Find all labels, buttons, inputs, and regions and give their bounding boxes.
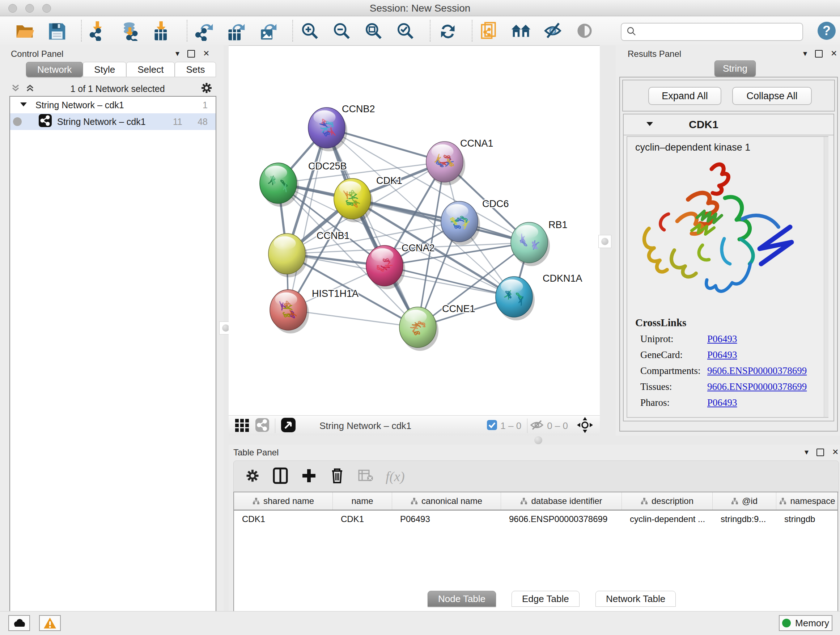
node-HIST1H1A[interactable]: HIST1H1A <box>270 288 358 333</box>
open-folder-button[interactable] <box>14 21 35 41</box>
results-panel-collapse-icon[interactable]: ▾ <box>803 50 807 57</box>
column-header-shared-name[interactable]: shared name <box>234 492 333 510</box>
expand-all-button[interactable]: Expand All <box>648 87 722 105</box>
tab-network[interactable]: Network <box>26 62 83 77</box>
results-vertical-scrollbar[interactable] <box>824 137 829 417</box>
cell-namespace[interactable]: stringdb <box>784 514 815 524</box>
selected-checkbox-icon[interactable] <box>486 420 497 432</box>
add-column-icon[interactable] <box>301 468 317 485</box>
crosslink-link[interactable]: P06493 <box>707 397 737 409</box>
control-panel-float-icon[interactable] <box>187 50 195 57</box>
warnings-button[interactable] <box>39 615 61 631</box>
expand-all-tree-icon[interactable] <box>11 83 20 94</box>
birdseye-toggle-icon[interactable] <box>280 417 296 434</box>
node-CDK1[interactable]: CDK1 <box>334 175 402 222</box>
cloud-status-button[interactable] <box>8 615 30 631</box>
crosslink-link[interactable]: 9606.ENSP00000378699 <box>707 381 807 393</box>
node-RB1[interactable]: RB1 <box>511 219 568 266</box>
search-box[interactable] <box>621 23 803 41</box>
edge-CCNB2-HIST1H1A[interactable] <box>288 128 327 310</box>
right-splitter[interactable] <box>600 45 616 435</box>
save-button[interactable] <box>46 21 66 41</box>
show-columns-icon[interactable] <box>273 467 288 486</box>
node-CCNA1[interactable]: CCNA1 <box>426 138 493 185</box>
node-CCNB2[interactable]: CCNB2 <box>308 103 375 151</box>
hidden-count-badge: 0 – 0 <box>547 420 568 432</box>
network-options-gear-icon[interactable] <box>201 82 213 96</box>
control-panel-collapse-icon[interactable]: ▾ <box>175 50 180 57</box>
crosslink-link[interactable]: 9606.ENSP00000378699 <box>707 365 807 377</box>
column-header-canonical-name[interactable]: canonical name <box>392 492 501 510</box>
node-CDKN1A[interactable]: CDKN1A <box>496 273 583 320</box>
export-image-button[interactable] <box>257 21 278 41</box>
tab-style[interactable]: Style <box>83 62 126 77</box>
tab-sets[interactable]: Sets <box>175 62 216 77</box>
collapse-all-tree-icon[interactable] <box>25 83 35 94</box>
help-button[interactable]: ? <box>818 22 836 40</box>
column-header--id[interactable]: @id <box>713 492 776 510</box>
network-canvas[interactable]: CCNB2CCNA1CDC25BCDK1CDC6RB1CCNB1CCNA2CDK… <box>229 46 600 415</box>
network-row[interactable]: String Network – cdk1 11 48 <box>10 113 216 130</box>
left-splitter[interactable] <box>224 45 229 611</box>
cell-description[interactable]: cyclin-dependent ... <box>630 514 705 524</box>
cell-database-identifier[interactable]: 9606.ENSP00000378699 <box>509 514 607 524</box>
tab-node-table[interactable]: Node Table <box>428 591 496 607</box>
delete-column-icon[interactable] <box>330 467 344 486</box>
table-panel-collapse-icon[interactable]: ▾ <box>805 448 808 456</box>
node-CCNA2[interactable]: CCNA2 <box>366 242 435 289</box>
collapse-all-button[interactable]: Collapse All <box>732 87 812 105</box>
zoom-out-button[interactable] <box>332 21 352 41</box>
cell--id[interactable]: stringdb:9... <box>721 514 766 524</box>
share-document-button[interactable] <box>479 21 499 41</box>
show-eye-button[interactable] <box>575 21 595 41</box>
protein-structure-image <box>634 155 804 311</box>
tab-string[interactable]: String <box>714 60 756 77</box>
cell-name[interactable]: CDK1 <box>341 514 364 524</box>
fit-content-crosshair-icon[interactable] <box>576 417 593 435</box>
node-CCNE1[interactable]: CCNE1 <box>399 303 475 351</box>
refresh-button[interactable] <box>437 21 457 41</box>
import-database-button[interactable] <box>120 21 141 41</box>
import-table-button[interactable] <box>152 21 172 41</box>
zoom-selected-button[interactable] <box>395 21 415 41</box>
table-settings-gear-icon[interactable] <box>245 469 260 485</box>
table-panel-close-icon[interactable]: ✕ <box>832 448 838 456</box>
control-panel-close-icon[interactable]: ✕ <box>203 50 210 57</box>
hidden-eye-slash-icon[interactable] <box>530 419 544 432</box>
node-count: 11 <box>173 117 182 127</box>
search-input[interactable] <box>639 27 802 37</box>
houses-button[interactable] <box>511 21 531 41</box>
column-header-database-identifier[interactable]: database identifier <box>501 492 622 510</box>
node-CDC6[interactable]: CDC6 <box>441 198 509 245</box>
cell-canonical-name[interactable]: P06493 <box>400 514 430 524</box>
tab-edge-table[interactable]: Edge Table <box>512 591 579 607</box>
bottom-splitter[interactable] <box>229 435 840 445</box>
collapse-triangle-icon[interactable] <box>19 100 27 111</box>
hide-eye-button[interactable] <box>543 21 563 41</box>
results-panel-float-icon[interactable] <box>815 50 823 57</box>
import-network-button[interactable] <box>88 21 109 41</box>
cell-shared-name[interactable]: CDK1 <box>242 514 265 524</box>
crosslink-link[interactable]: P06493 <box>707 333 737 345</box>
bottom-splitter-handle[interactable] <box>534 436 542 444</box>
tab-network-table[interactable]: Network Table <box>595 591 676 607</box>
column-header-name[interactable]: name <box>333 492 392 510</box>
export-table-button[interactable] <box>226 21 246 41</box>
crosslink-link[interactable]: P06493 <box>707 349 737 361</box>
column-header-namespace[interactable]: namespace <box>776 492 838 510</box>
node-CCNB1[interactable]: CCNB1 <box>268 230 350 277</box>
results-panel-close-icon[interactable]: ✕ <box>831 50 837 57</box>
share-view-icon[interactable] <box>255 417 270 434</box>
toolbar-separator <box>81 20 82 42</box>
network-collection-row[interactable]: String Network – cdk1 1 <box>10 97 216 113</box>
grid-view-icon[interactable] <box>234 417 249 434</box>
column-header-description[interactable]: description <box>622 492 713 510</box>
zoom-fit-button[interactable] <box>363 21 384 41</box>
memory-button[interactable]: Memory <box>779 615 832 631</box>
zoom-in-button[interactable] <box>300 21 320 41</box>
delete-table-icon <box>358 470 373 483</box>
table-panel-float-icon[interactable] <box>816 448 824 456</box>
export-network-button[interactable] <box>194 21 214 41</box>
tab-select[interactable]: Select <box>126 62 175 77</box>
section-collapse-triangle-icon[interactable] <box>645 119 654 130</box>
